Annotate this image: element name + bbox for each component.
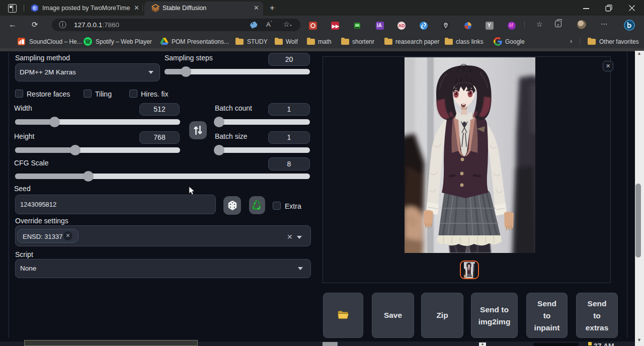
svg-text:C: C — [33, 6, 37, 11]
